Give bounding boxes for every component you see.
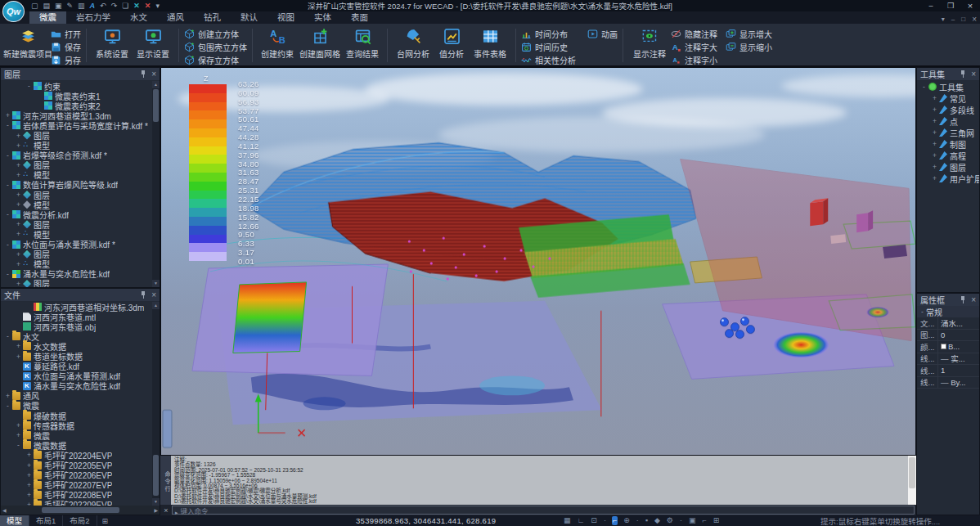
- expander-icon[interactable]: +: [931, 174, 938, 182]
- property-row[interactable]: 颜... B...: [917, 341, 979, 353]
- expander-icon[interactable]: +: [15, 353, 22, 361]
- tree-item[interactable]: + 多段线: [917, 104, 979, 115]
- pin-icon[interactable]: [960, 296, 966, 303]
- expander-icon[interactable]: -: [4, 210, 11, 218]
- create-constraint-button[interactable]: 创建约束: [258, 26, 297, 60]
- expander-icon[interactable]: +: [15, 250, 22, 259]
- expander-icon[interactable]: +: [931, 128, 938, 137]
- files-scrollbar[interactable]: ▲ ▼: [152, 302, 160, 506]
- time-history-button[interactable]: 时间历史: [521, 41, 576, 53]
- expander-icon[interactable]: +: [25, 451, 33, 459]
- expander-icon[interactable]: +: [4, 392, 11, 400]
- pin-icon[interactable]: [140, 291, 146, 299]
- doc-close-icon[interactable]: [972, 15, 977, 24]
- clean-screen-icon[interactable]: ⊞: [713, 516, 721, 525]
- expander-icon[interactable]: +: [25, 461, 33, 470]
- window-icon[interactable]: ❏: [122, 1, 128, 11]
- dot-separator-icon[interactable]: ·: [679, 516, 683, 525]
- property-row[interactable]: 文... 涌水...: [917, 317, 979, 330]
- menu-tab[interactable]: 通风: [157, 11, 194, 24]
- app-logo[interactable]: Qw: [2, 1, 25, 22]
- command-close-icon[interactable]: [160, 506, 172, 515]
- save-as-button[interactable]: 另存: [51, 54, 81, 66]
- property-row[interactable]: 线... — By...: [917, 377, 979, 389]
- minimize-button[interactable]: [921, 0, 941, 11]
- dot-separator-icon[interactable]: ·: [603, 516, 607, 525]
- pin-icon[interactable]: [960, 70, 966, 78]
- tree-item[interactable]: 河西河东巷道.obj: [1, 321, 152, 331]
- tree-item[interactable]: + 毛坪矿202209EVP: [1, 500, 152, 506]
- expander-icon[interactable]: -: [15, 441, 22, 449]
- network-analysis-button[interactable]: 台网分析: [393, 26, 434, 60]
- time-distribution-button[interactable]: 时间分布: [521, 28, 576, 40]
- display-settings-button[interactable]: 显示设置: [133, 26, 173, 60]
- tree-item[interactable]: - 岩爆等级综合预测.kdf *: [1, 151, 152, 160]
- expander-icon[interactable]: -: [4, 121, 11, 129]
- doc-minimize-icon[interactable]: [951, 16, 955, 23]
- tree-item[interactable]: - 数值计算岩爆风险等级.kdf: [1, 180, 152, 190]
- model-space-icon[interactable]: ▦: [563, 516, 572, 525]
- create-mesh-button[interactable]: 创建面网格: [297, 26, 343, 60]
- bounding-cube-button[interactable]: 包围壳立方体: [184, 41, 247, 53]
- expander-icon[interactable]: -: [919, 308, 926, 316]
- annotation-font-smaller-button[interactable]: 注释字小: [671, 54, 717, 66]
- more-icon[interactable]: ▾: [155, 1, 160, 11]
- redo-icon[interactable]: ↷: [111, 1, 118, 11]
- osnap-icon[interactable]: ⊕: [623, 516, 631, 525]
- tree-item[interactable]: 涌水量与突水危险性.kdf: [1, 381, 152, 391]
- expander-icon[interactable]: -: [4, 402, 11, 410]
- close-icon[interactable]: [151, 291, 156, 299]
- isolate-objects-icon[interactable]: ⌐: [701, 516, 707, 525]
- expander-icon[interactable]: +: [15, 260, 22, 268]
- display-shrink-button[interactable]: 显示缩小: [726, 41, 772, 53]
- space-tab[interactable]: 模型: [0, 515, 29, 526]
- query-result-button[interactable]: 查询结果: [343, 26, 382, 60]
- close-icon[interactable]: [971, 296, 976, 304]
- scroll-down-icon[interactable]: ▼: [152, 280, 160, 287]
- expander-icon[interactable]: +: [15, 142, 22, 150]
- tree-item[interactable]: + 制图: [917, 138, 979, 150]
- gizmo-icon[interactable]: ◆: [654, 516, 661, 525]
- expander-icon[interactable]: +: [931, 163, 938, 171]
- create-cube-button[interactable]: 创建立方体: [184, 28, 247, 40]
- properties-section[interactable]: - 常规: [917, 306, 979, 317]
- add-layout-icon[interactable]: ⊞: [97, 517, 114, 525]
- expander-icon[interactable]: +: [25, 491, 33, 499]
- snap-icon[interactable]: ∟: [577, 516, 586, 525]
- expander-icon[interactable]: -: [4, 332, 11, 340]
- close-doc-icon[interactable]: ✕: [145, 1, 151, 11]
- grid-display-icon[interactable]: ⊡: [590, 516, 598, 525]
- close-button[interactable]: [960, 0, 980, 11]
- menu-tab[interactable]: 岩石力学: [66, 11, 120, 24]
- scroll-down-icon[interactable]: ▼: [152, 498, 160, 506]
- scroll-up-icon[interactable]: ▲: [152, 81, 160, 88]
- scroll-left-icon[interactable]: ◀: [2, 507, 7, 513]
- close-icon[interactable]: [151, 70, 156, 79]
- save-cube-button[interactable]: 保存立方体: [184, 54, 247, 66]
- expander-icon[interactable]: +: [15, 280, 22, 287]
- event-table-button[interactable]: 事件表格: [470, 26, 510, 60]
- expander-icon[interactable]: +: [15, 220, 22, 228]
- animation-button[interactable]: 动画: [587, 28, 618, 40]
- expander-icon[interactable]: +: [4, 111, 11, 119]
- doc-restore-icon[interactable]: [961, 16, 965, 23]
- value-analysis-button[interactable]: 值分析: [434, 26, 470, 60]
- open-folder-icon[interactable]: ▤: [43, 1, 51, 11]
- expander-icon[interactable]: +: [25, 471, 33, 479]
- save-icon[interactable]: ▣: [55, 1, 62, 11]
- scroll-right-icon[interactable]: ▶: [154, 507, 158, 513]
- tree-item[interactable]: + 图层: [1, 190, 152, 200]
- tree-item[interactable]: - 工具集: [917, 81, 979, 92]
- pin-icon[interactable]: [140, 70, 146, 78]
- open-button[interactable]: 打开: [51, 28, 81, 40]
- expander-icon[interactable]: +: [931, 117, 938, 125]
- expander-icon[interactable]: -: [920, 83, 928, 91]
- menu-tab[interactable]: 钻孔: [194, 11, 231, 24]
- tree-item[interactable]: + 三角网: [917, 127, 979, 138]
- new-file-icon[interactable]: ▢: [31, 1, 38, 11]
- close-view-icon[interactable]: ✕: [133, 1, 140, 11]
- expander-icon[interactable]: +: [25, 481, 33, 489]
- system-settings-button[interactable]: 系统设置: [92, 26, 133, 60]
- menu-tab[interactable]: 视图: [267, 11, 304, 24]
- menu-tab[interactable]: 水文: [120, 11, 157, 24]
